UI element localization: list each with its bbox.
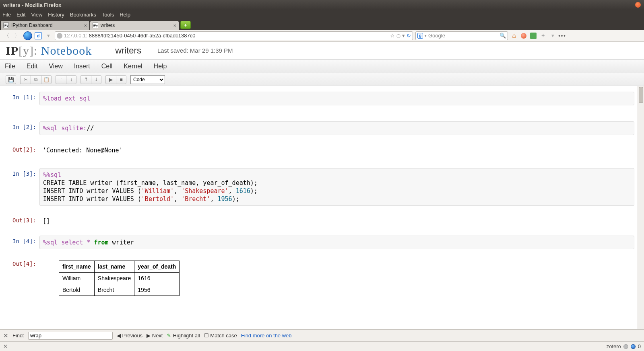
ff-menu-history[interactable]: History bbox=[48, 12, 64, 18]
home-button[interactable]: ⌂ bbox=[510, 32, 518, 39]
find-prev-button[interactable]: ◀ Previous bbox=[117, 333, 142, 339]
table-row: William Shakespeare 1616 bbox=[59, 273, 180, 284]
nb-menu-cell[interactable]: Cell bbox=[101, 63, 113, 70]
cell-type-select[interactable]: Code bbox=[130, 75, 165, 84]
delicious-icon[interactable]: d bbox=[35, 32, 42, 39]
browser-globe-icon[interactable] bbox=[23, 31, 32, 40]
firefox-menubar: File Edit View History Bookmarks Tools H… bbox=[0, 10, 644, 19]
close-icon[interactable]: × bbox=[84, 23, 87, 29]
back-button[interactable]: 〈 bbox=[2, 32, 10, 40]
output-table: first_name last_name year_of_death Willi… bbox=[39, 258, 634, 298]
table-header-row: first_name last_name year_of_death bbox=[59, 261, 180, 273]
toolbar-icon-2[interactable]: ▾ bbox=[549, 32, 556, 39]
zotero-label[interactable]: zotero bbox=[607, 343, 621, 349]
interrupt-button[interactable]: ■ bbox=[116, 75, 126, 84]
nb-menu-kernel[interactable]: Kernel bbox=[124, 63, 142, 70]
window-close-button[interactable] bbox=[635, 2, 641, 8]
site-identity-icon[interactable] bbox=[57, 33, 62, 39]
status-blue-icon[interactable] bbox=[631, 344, 636, 349]
nb-menu-edit[interactable]: Edit bbox=[27, 63, 38, 70]
favicon-icon: IPy bbox=[3, 23, 9, 28]
cell-2-output: Out[2]: 'Connected: None@None' bbox=[2, 144, 634, 157]
ipython-logo: IP[y]: Notebook bbox=[6, 44, 92, 57]
ff-menu-view[interactable]: View bbox=[31, 12, 42, 18]
forward-button[interactable]: 〉 bbox=[13, 32, 21, 40]
cell-4-output: Out[4]: first_name last_name year_of_dea… bbox=[2, 258, 634, 298]
code-input[interactable]: %sql sqlite:// bbox=[39, 121, 634, 135]
nb-menu-insert[interactable]: Insert bbox=[74, 63, 90, 70]
feed-icon[interactable]: ◯ bbox=[396, 34, 400, 38]
output-text: 'Connected: None@None' bbox=[39, 144, 634, 157]
cell-3-output: Out[3]: [] bbox=[2, 215, 634, 228]
code-input[interactable]: %sql select * from writer bbox=[39, 236, 634, 249]
cell-2[interactable]: In [2]: %sql sqlite:// bbox=[2, 121, 634, 135]
in-prompt: In [1]: bbox=[2, 92, 39, 105]
ff-menu-edit[interactable]: Edit bbox=[17, 12, 25, 18]
run-button[interactable]: ▶ bbox=[105, 75, 116, 84]
search-bar[interactable]: g ▾ Google 🔍 bbox=[415, 31, 508, 40]
tab-label: writers bbox=[101, 23, 115, 28]
bookmark-star-icon[interactable]: ☆ bbox=[390, 33, 395, 39]
search-icon[interactable]: 🔍 bbox=[500, 33, 506, 39]
statusbar-close-icon[interactable]: ✕ bbox=[3, 343, 8, 349]
reload-button[interactable]: ↻ bbox=[407, 33, 411, 39]
find-input[interactable] bbox=[28, 332, 113, 340]
find-next-button[interactable]: ▶ Next bbox=[147, 333, 163, 339]
table-row: Bertold Brecht 1956 bbox=[59, 284, 180, 296]
nb-menu-help[interactable]: Help bbox=[154, 63, 167, 70]
vertical-scrollbar[interactable] bbox=[638, 86, 644, 329]
status-count: 0 bbox=[638, 343, 641, 349]
dropdown-icon[interactable]: ▾ bbox=[402, 33, 405, 39]
ff-menu-file[interactable]: File bbox=[2, 12, 11, 18]
notebook-toolbar: 💾 ✂ ⧉ 📋 ↑ ↓ ⤒ ⤓ ▶ ■ Code bbox=[0, 73, 644, 86]
code-input[interactable]: %load_ext sql bbox=[39, 92, 634, 105]
cell-3[interactable]: In [3]: %%sql CREATE TABLE writer (first… bbox=[2, 168, 634, 206]
notebook-title[interactable]: writers bbox=[115, 45, 141, 56]
overflow-button[interactable]: ••• bbox=[559, 32, 566, 39]
window-title: writers - Mozilla Firefox bbox=[3, 2, 61, 8]
evernote-icon[interactable] bbox=[530, 32, 537, 39]
col-first-name: first_name bbox=[59, 261, 95, 273]
new-tab-button[interactable]: + bbox=[180, 21, 191, 29]
result-table: first_name last_name year_of_death Willi… bbox=[59, 261, 180, 296]
ff-menu-bookmarks[interactable]: Bookmarks bbox=[70, 12, 96, 18]
url-path: 8888/fdf21450-0450-46df-a52a-cfbadc1387c… bbox=[89, 33, 196, 39]
code-input[interactable]: %%sql CREATE TABLE writer (first_name, l… bbox=[39, 168, 634, 206]
nb-menu-file[interactable]: File bbox=[5, 63, 15, 70]
toolbar-icon-1[interactable]: ✦ bbox=[539, 32, 547, 39]
tab-writers[interactable]: IPy writers × bbox=[90, 21, 179, 30]
status-bar: ✕ zotero 0 bbox=[0, 341, 644, 351]
tab-label: IPython Dashboard bbox=[11, 23, 53, 28]
col-last-name: last_name bbox=[94, 261, 134, 273]
cut-button[interactable]: ✂ bbox=[20, 75, 31, 84]
notebook-header: IP[y]: Notebook writers Last saved: Mar … bbox=[0, 42, 644, 60]
dropdown-icon[interactable]: ▾ bbox=[44, 32, 52, 40]
close-icon[interactable]: × bbox=[173, 23, 176, 29]
save-button[interactable]: 💾 bbox=[6, 75, 16, 84]
match-case-checkbox[interactable]: ☐ Match case bbox=[204, 333, 237, 339]
tab-ipython-dashboard[interactable]: IPy IPython Dashboard × bbox=[1, 21, 89, 30]
search-dropdown-icon[interactable]: ▾ bbox=[425, 34, 427, 38]
findbar-close-icon[interactable]: ✕ bbox=[3, 332, 8, 339]
nb-menu-view[interactable]: View bbox=[49, 63, 62, 70]
nav-toolbar: 〈 〉 d ▾ 127.0.0.1:8888/fdf21450-0450-46d… bbox=[0, 30, 644, 42]
cell-1[interactable]: In [1]: %load_ext sql bbox=[2, 92, 634, 105]
url-bar[interactable]: 127.0.0.1:8888/fdf21450-0450-46df-a52a-c… bbox=[55, 31, 413, 40]
status-grey-icon[interactable] bbox=[623, 344, 628, 349]
copy-button[interactable]: ⧉ bbox=[31, 75, 41, 84]
notebook-menubar: File Edit View Insert Cell Kernel Help bbox=[0, 60, 644, 73]
insert-below-button[interactable]: ⤓ bbox=[91, 75, 101, 84]
ff-menu-tools[interactable]: Tools bbox=[102, 12, 114, 18]
out-prompt: Out[4]: bbox=[2, 258, 39, 298]
insert-above-button[interactable]: ⤒ bbox=[80, 75, 91, 84]
move-up-button[interactable]: ↑ bbox=[56, 75, 66, 84]
highlight-all-button[interactable]: ✎Highlight all bbox=[167, 333, 200, 339]
scrollbar-thumb[interactable] bbox=[639, 87, 643, 103]
ff-menu-help[interactable]: Help bbox=[120, 12, 130, 18]
tab-strip: IPy IPython Dashboard × IPy writers × + bbox=[0, 19, 644, 30]
find-more-link[interactable]: Find more on the web bbox=[241, 333, 292, 339]
cell-4[interactable]: In [4]: %sql select * from writer bbox=[2, 236, 634, 249]
move-down-button[interactable]: ↓ bbox=[66, 75, 76, 84]
toolbar-red-icon[interactable] bbox=[520, 32, 527, 39]
paste-button[interactable]: 📋 bbox=[41, 75, 52, 84]
